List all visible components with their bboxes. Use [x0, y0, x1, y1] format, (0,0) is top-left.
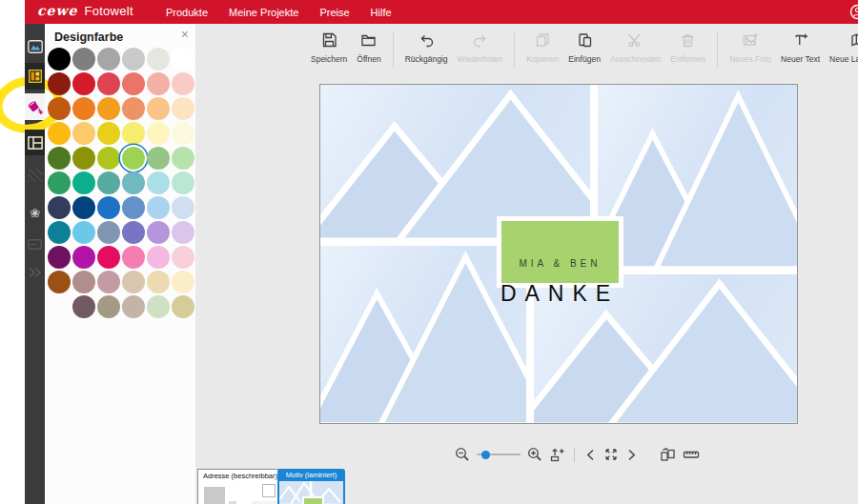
color-swatch[interactable] — [147, 72, 170, 95]
color-swatch[interactable] — [72, 97, 95, 120]
menu-item-meine-projekte[interactable]: Meine Projekte — [229, 7, 298, 18]
account-icon[interactable] — [849, 4, 858, 20]
toolbar-ruckgangig-button[interactable]: Rückgängig — [400, 29, 453, 67]
sidebar-tool-masks[interactable] — [25, 130, 45, 155]
color-swatch[interactable] — [97, 147, 120, 170]
color-swatch[interactable] — [172, 295, 194, 318]
card-title-text[interactable]: DANKE — [464, 281, 655, 307]
color-swatch[interactable] — [48, 246, 71, 269]
color-swatch[interactable] — [172, 122, 194, 145]
color-swatch[interactable] — [122, 48, 145, 71]
zoom-out-icon[interactable] — [455, 447, 470, 462]
color-swatch[interactable] — [48, 97, 71, 120]
color-swatch-selected[interactable] — [122, 147, 145, 170]
zoom-slider[interactable] — [477, 454, 521, 455]
color-swatch[interactable] — [72, 147, 95, 170]
color-swatch[interactable] — [97, 246, 120, 269]
color-swatch[interactable] — [172, 97, 194, 120]
color-swatch[interactable] — [122, 171, 145, 194]
color-swatch[interactable] — [172, 72, 194, 95]
fullscreen-icon[interactable] — [603, 447, 619, 462]
color-swatch[interactable] — [97, 295, 120, 318]
color-swatch[interactable] — [48, 72, 71, 95]
color-swatch[interactable] — [72, 221, 95, 244]
color-swatch[interactable] — [48, 271, 71, 293]
card-accent-block[interactable]: MIA & BEN — [501, 221, 619, 283]
color-swatch[interactable] — [48, 171, 71, 194]
color-swatch[interactable] — [122, 122, 145, 145]
ruler-icon[interactable] — [683, 447, 700, 462]
card-names-text[interactable]: MIA & BEN — [519, 258, 601, 269]
toolbar-speichern-button[interactable]: Speichern — [306, 29, 352, 67]
color-swatch[interactable] — [122, 246, 145, 269]
color-swatch[interactable] — [172, 196, 194, 219]
color-swatch[interactable] — [48, 221, 71, 244]
color-swatch[interactable] — [147, 196, 170, 219]
color-swatch[interactable] — [147, 122, 170, 145]
color-swatch[interactable] — [147, 246, 170, 269]
color-swatch[interactable] — [172, 171, 194, 194]
color-swatch[interactable] — [48, 48, 71, 71]
photo-placeholder[interactable] — [320, 85, 590, 238]
sidebar-tool-textbox[interactable] — [25, 235, 45, 252]
menu-item-produkte[interactable]: Produkte — [166, 7, 208, 18]
sidebar-tool-design-color[interactable] — [25, 93, 45, 120]
page-copy-icon[interactable] — [660, 447, 676, 462]
color-swatch[interactable] — [122, 271, 145, 293]
thumbnail-address-page[interactable]: Adresse (beschreibbar) — [197, 469, 283, 504]
color-swatch[interactable] — [72, 271, 95, 293]
color-swatch[interactable] — [122, 221, 145, 244]
color-swatch[interactable] — [72, 72, 95, 95]
toolbar-neue-landkarte-button[interactable]: Neue Landkarte — [825, 29, 858, 67]
card-canvas[interactable]: MIA & BEN DANKE — [319, 84, 798, 424]
color-swatch[interactable] — [122, 97, 145, 120]
color-swatch[interactable] — [147, 97, 170, 120]
color-swatch[interactable] — [147, 48, 170, 71]
sidebar-tool-backgrounds[interactable] — [25, 164, 45, 187]
color-swatch[interactable] — [147, 221, 170, 244]
color-swatch[interactable] — [97, 271, 120, 293]
color-swatch[interactable] — [172, 246, 194, 269]
sidebar-tool-layouts[interactable] — [25, 63, 45, 90]
color-swatch[interactable] — [97, 171, 120, 194]
color-swatch[interactable] — [97, 122, 120, 145]
color-swatch[interactable] — [72, 246, 95, 269]
menu-item-preise[interactable]: Preise — [319, 7, 349, 18]
color-swatch[interactable] — [172, 48, 194, 71]
color-swatch[interactable] — [72, 295, 95, 318]
color-swatch[interactable] — [122, 196, 145, 219]
color-swatch[interactable] — [147, 147, 170, 170]
color-swatch[interactable] — [172, 271, 194, 293]
toolbar-einfugen-button[interactable]: Einfügen — [563, 29, 605, 67]
sidebar-tool-more[interactable] — [25, 263, 45, 282]
zoom-fit-icon[interactable] — [549, 447, 564, 462]
menu-item-hilfe[interactable]: Hilfe — [371, 7, 392, 18]
color-swatch[interactable] — [122, 295, 145, 318]
chevron-right-icon[interactable] — [625, 448, 638, 462]
color-swatch[interactable] — [172, 147, 194, 170]
color-swatch[interactable] — [72, 48, 95, 71]
color-swatch[interactable] — [147, 171, 170, 194]
toolbar-neuer-text-button[interactable]: Neuer Text — [776, 29, 825, 67]
color-swatch[interactable] — [72, 122, 95, 145]
zoom-slider-knob[interactable] — [481, 451, 490, 459]
color-swatch[interactable] — [48, 122, 71, 145]
close-icon[interactable]: × — [181, 27, 189, 42]
color-swatch[interactable] — [97, 221, 120, 244]
color-swatch[interactable] — [97, 97, 120, 120]
photo-placeholder[interactable] — [598, 85, 797, 267]
color-swatch[interactable] — [97, 72, 120, 95]
color-swatch[interactable] — [97, 48, 120, 71]
sidebar-tool-cliparts[interactable]: ❀ — [25, 201, 45, 224]
thumbnail-motif-page[interactable]: Motiv (laminiert) — [277, 469, 345, 504]
photo-placeholder[interactable] — [320, 246, 526, 423]
color-swatch[interactable] — [172, 221, 194, 244]
card-accent-frame[interactable]: MIA & BEN — [497, 216, 623, 288]
thumbnail-label-selected[interactable]: Motiv (laminiert) — [277, 469, 345, 481]
color-swatch[interactable] — [147, 271, 170, 293]
color-swatch[interactable] — [72, 171, 95, 194]
color-swatch[interactable] — [72, 196, 95, 219]
toolbar-offnen-button[interactable]: Öffnen — [352, 29, 385, 67]
color-swatch[interactable] — [147, 295, 170, 318]
zoom-in-icon[interactable] — [527, 447, 542, 462]
